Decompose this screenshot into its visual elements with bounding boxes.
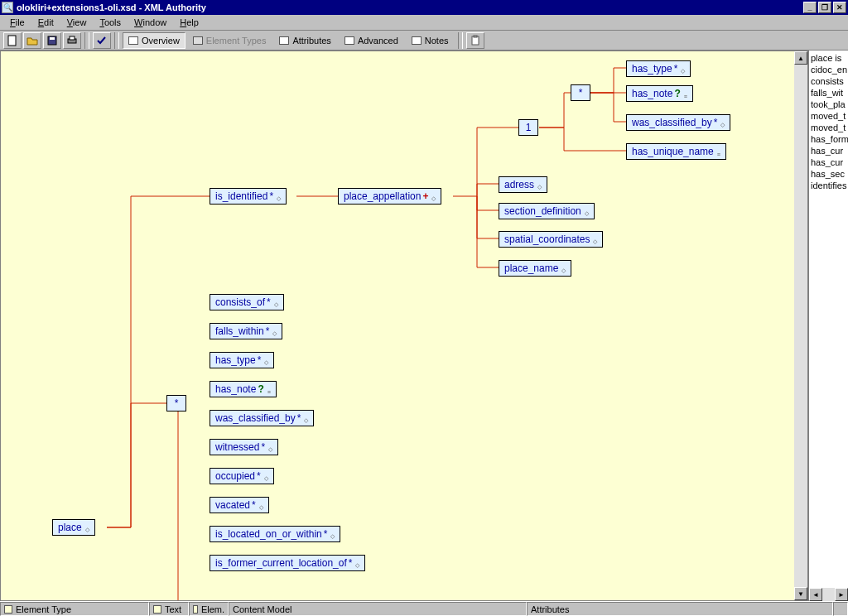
- node-was-classified-by[interactable]: was_classified_by*◇: [210, 410, 314, 426]
- node-has-note[interactable]: has_note?≡: [210, 381, 277, 397]
- app-icon: 🔍: [2, 2, 13, 13]
- node-consists-of[interactable]: consists_of*◇: [210, 294, 284, 310]
- svg-rect-4: [70, 36, 75, 40]
- svg-rect-0: [8, 36, 16, 46]
- side-scroll-track[interactable]: [822, 588, 835, 601]
- save-icon: [46, 35, 58, 46]
- node-is-located-on-or-within[interactable]: is_located_on_or_within*◇: [210, 526, 340, 542]
- attributes-icon: [279, 36, 289, 45]
- toolbar: Overview Element Types Attributes Advanc…: [0, 31, 848, 51]
- scroll-left-button[interactable]: ◄: [809, 588, 822, 601]
- tab-attributes-label: Attributes: [292, 36, 330, 46]
- tab-advanced[interactable]: Advanced: [339, 32, 404, 49]
- menu-file[interactable]: File: [3, 16, 31, 29]
- new-button[interactable]: [3, 32, 22, 49]
- close-button[interactable]: ✕: [833, 2, 846, 13]
- clipboard-icon: [470, 35, 481, 46]
- status-element-type: Element Type: [0, 602, 149, 616]
- status-attributes: Attributes: [527, 602, 833, 616]
- scroll-track[interactable]: [794, 65, 807, 587]
- menu-tools[interactable]: Tools: [93, 16, 128, 29]
- node-has-type-top[interactable]: has_type*◇: [626, 60, 691, 77]
- diagram-connections: [1, 51, 794, 600]
- node-place-appellation[interactable]: place_appellation+◇: [338, 188, 441, 205]
- canvas-scrollbar[interactable]: ▲ ▼: [794, 51, 807, 600]
- tab-overview[interactable]: Overview: [123, 32, 186, 49]
- text-icon: [153, 605, 161, 614]
- notes-icon: [412, 36, 422, 45]
- node-has-unique-name[interactable]: has_unique_name≡: [626, 143, 726, 160]
- open-folder-icon: [26, 35, 38, 46]
- node-spatial-coordinates[interactable]: spatial_coordinates◇: [499, 231, 603, 248]
- window-title: olokliri+extensions1-oli.xsd - XML Autho…: [17, 2, 803, 12]
- side-panel-item[interactable]: moved_t: [811, 110, 846, 122]
- side-panel-item[interactable]: took_pla: [811, 99, 846, 110]
- scroll-up-button[interactable]: ▲: [794, 51, 807, 65]
- status-resize-grip[interactable]: [833, 602, 848, 616]
- check-icon: [96, 35, 108, 46]
- side-panel-item[interactable]: place is: [811, 52, 846, 64]
- scroll-down-button[interactable]: ▼: [794, 587, 807, 600]
- menu-window[interactable]: Window: [128, 16, 173, 29]
- side-panel-item[interactable]: consists: [811, 75, 846, 87]
- side-panel-list[interactable]: place is cidoc_en consists falls_wit too…: [809, 51, 848, 588]
- scroll-right-button[interactable]: ►: [835, 588, 848, 601]
- side-panel-hscroll[interactable]: ◄ ►: [809, 588, 848, 601]
- node-place-name[interactable]: place_name◇: [499, 260, 571, 277]
- side-panel-item[interactable]: cidoc_en: [811, 64, 846, 75]
- node-is-former-current-location-of[interactable]: is_former_current_location_of*◇: [210, 555, 365, 571]
- status-text: Text: [149, 602, 189, 616]
- side-panel-item[interactable]: has_cur: [811, 145, 846, 156]
- node-vacated[interactable]: vacated*◇: [210, 497, 269, 513]
- node-witnessed[interactable]: witnessed*◇: [210, 439, 278, 455]
- node-section-definition[interactable]: section_definition◇: [499, 203, 595, 219]
- node-star-side[interactable]: *: [166, 395, 186, 411]
- node-star-top[interactable]: *: [571, 84, 590, 101]
- diagram-canvas-wrap: * has_type*◇ has_note?≡ was_classified_b…: [0, 51, 808, 601]
- side-panel-item[interactable]: falls_wit: [811, 87, 846, 99]
- print-button[interactable]: [63, 32, 81, 49]
- node-adress[interactable]: adress◇: [499, 176, 547, 193]
- side-panel-item[interactable]: has_sec: [811, 168, 846, 180]
- menu-view[interactable]: View: [60, 16, 94, 29]
- element-types-icon: [193, 36, 203, 45]
- save-button[interactable]: [43, 32, 61, 49]
- svg-rect-2: [50, 37, 55, 40]
- validate-button[interactable]: [93, 32, 111, 49]
- node-has-type[interactable]: has_type*◇: [210, 352, 274, 368]
- clipboard-button[interactable]: [466, 32, 484, 49]
- node-was-classified-by-top[interactable]: was_classified_by*◇: [626, 114, 730, 131]
- menu-help[interactable]: Help: [173, 16, 205, 29]
- node-place[interactable]: place◇: [52, 519, 95, 536]
- tab-notes-label: Notes: [425, 36, 449, 46]
- side-panel-item[interactable]: has_cur: [811, 156, 846, 168]
- node-occupied[interactable]: occupied*◇: [210, 468, 274, 484]
- node-has-note-top[interactable]: has_note?≡: [626, 85, 693, 102]
- diagram-canvas[interactable]: * has_type*◇ has_note?≡ was_classified_b…: [1, 51, 794, 600]
- tab-notes[interactable]: Notes: [406, 32, 455, 49]
- advanced-icon: [344, 36, 354, 45]
- svg-rect-6: [474, 36, 477, 37]
- titlebar: 🔍 olokliri+extensions1-oli.xsd - XML Aut…: [0, 0, 848, 15]
- side-panel-item[interactable]: has_form: [811, 133, 846, 145]
- side-panel-item[interactable]: identifies: [811, 180, 846, 191]
- new-file-icon: [7, 35, 18, 46]
- status-elem: Elem.: [189, 602, 229, 616]
- maximize-button[interactable]: ❐: [818, 2, 831, 13]
- print-icon: [66, 35, 78, 46]
- side-panel-item[interactable]: moved_t: [811, 122, 846, 133]
- status-bar: Element Type Text Elem. Content Model At…: [0, 601, 848, 616]
- node-one[interactable]: 1: [518, 119, 538, 136]
- node-is-identified[interactable]: is_identified*◇: [210, 188, 287, 205]
- elem-icon: [193, 605, 198, 614]
- open-button[interactable]: [23, 32, 41, 49]
- menu-bar: File Edit View Tools Window Help: [0, 15, 848, 31]
- node-falls-within[interactable]: falls_within*◇: [210, 323, 282, 339]
- minimize-button[interactable]: _: [803, 2, 817, 13]
- menu-edit[interactable]: Edit: [31, 16, 60, 29]
- status-content-model: Content Model: [229, 602, 527, 616]
- tab-overview-label: Overview: [142, 36, 180, 46]
- tab-element-types[interactable]: Element Types: [187, 32, 272, 49]
- overview-icon: [128, 36, 138, 45]
- tab-attributes[interactable]: Attributes: [273, 32, 336, 49]
